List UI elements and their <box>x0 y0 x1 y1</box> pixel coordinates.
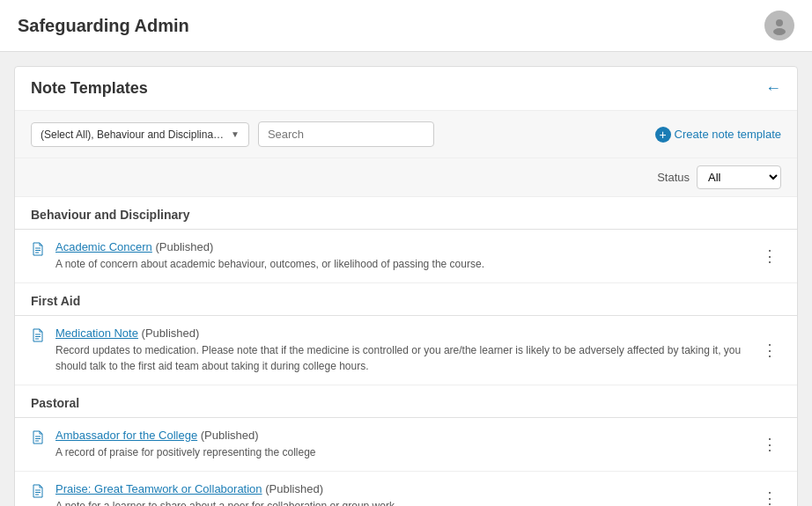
template-link-medication-note[interactable]: Medication Note <box>55 326 138 340</box>
template-item-ambassador: Ambassador for the College (Published) A… <box>15 418 797 472</box>
context-menu-icon-academic-concern[interactable]: ⋮ <box>758 245 781 268</box>
template-link-academic-concern[interactable]: Academic Concern <box>55 240 152 253</box>
context-menu-icon-praise-teamwork[interactable]: ⋮ <box>758 487 781 506</box>
context-menu-icon-medication-note[interactable]: ⋮ <box>758 339 781 362</box>
template-link-ambassador[interactable]: Ambassador for the College <box>55 429 197 442</box>
template-body-academic-concern: Academic Concern (Published) A note of c… <box>55 240 748 272</box>
template-item-medication-note: Medication Note (Published) Record updat… <box>15 316 797 385</box>
create-button-label: Create note template <box>675 128 781 141</box>
template-body-praise-teamwork: Praise: Great Teamwork or Collaboration … <box>55 482 748 506</box>
template-body-ambassador: Ambassador for the College (Published) A… <box>55 429 748 460</box>
svg-point-1 <box>773 28 786 35</box>
status-label: Status <box>657 171 690 184</box>
template-doc-icon-praise <box>31 484 45 502</box>
main-content: Note Templates ← (Select All), Behaviour… <box>0 52 812 506</box>
card-title: Note Templates <box>31 79 148 98</box>
create-note-template-button[interactable]: + Create note template <box>655 127 781 143</box>
template-desc-academic-concern: A note of concern about academic behavio… <box>55 256 748 272</box>
plus-icon: + <box>655 127 671 143</box>
template-doc-icon-medication <box>31 328 45 346</box>
template-title-row-medication-note: Medication Note (Published) <box>55 326 748 340</box>
section-header-behaviour: Behaviour and Disciplinary <box>15 197 797 230</box>
template-item-praise-teamwork: Praise: Great Teamwork or Collaboration … <box>15 472 797 506</box>
card-header: Note Templates ← <box>15 67 797 111</box>
template-status-ambassador: (Published) <box>201 429 259 442</box>
context-menu-icon-ambassador[interactable]: ⋮ <box>758 433 781 456</box>
template-status-praise-teamwork: (Published) <box>265 482 323 495</box>
status-select[interactable]: All Published Draft <box>697 165 781 189</box>
template-desc-medication-note: Record updates to medication. Please not… <box>55 342 748 374</box>
category-filter-select[interactable]: (Select All), Behaviour and Disciplinary… <box>31 122 249 147</box>
avatar[interactable] <box>764 11 794 40</box>
search-input[interactable] <box>258 121 434 147</box>
template-item-academic-concern: Academic Concern (Published) A note of c… <box>15 230 797 283</box>
back-button[interactable]: ← <box>765 79 781 98</box>
template-doc-icon <box>31 242 45 260</box>
section-header-first-aid: First Aid <box>15 283 797 316</box>
template-link-praise-teamwork[interactable]: Praise: Great Teamwork or Collaboration <box>55 482 262 495</box>
template-title-row-academic-concern: Academic Concern (Published) <box>55 240 748 253</box>
page-title: Safeguarding Admin <box>18 16 189 36</box>
section-header-pastoral: Pastoral <box>15 385 797 418</box>
template-title-row-praise-teamwork: Praise: Great Teamwork or Collaboration … <box>55 482 748 495</box>
top-header: Safeguarding Admin <box>0 0 812 52</box>
status-row: Status All Published Draft <box>15 158 797 197</box>
note-templates-card: Note Templates ← (Select All), Behaviour… <box>14 66 798 506</box>
template-status-academic-concern: (Published) <box>155 240 213 253</box>
toolbar: (Select All), Behaviour and Disciplinary… <box>15 111 797 158</box>
category-select-text: (Select All), Behaviour and Disciplinary… <box>41 128 225 141</box>
template-status-medication-note: (Published) <box>142 326 200 340</box>
template-desc-ambassador: A record of praise for positively repres… <box>55 444 748 460</box>
template-title-row-ambassador: Ambassador for the College (Published) <box>55 429 748 442</box>
template-doc-icon-ambassador <box>31 430 45 448</box>
template-desc-praise-teamwork: A note for a learner to share about a pe… <box>55 498 748 506</box>
chevron-down-icon: ▼ <box>231 129 240 139</box>
svg-point-0 <box>776 19 783 26</box>
template-body-medication-note: Medication Note (Published) Record updat… <box>55 326 748 374</box>
